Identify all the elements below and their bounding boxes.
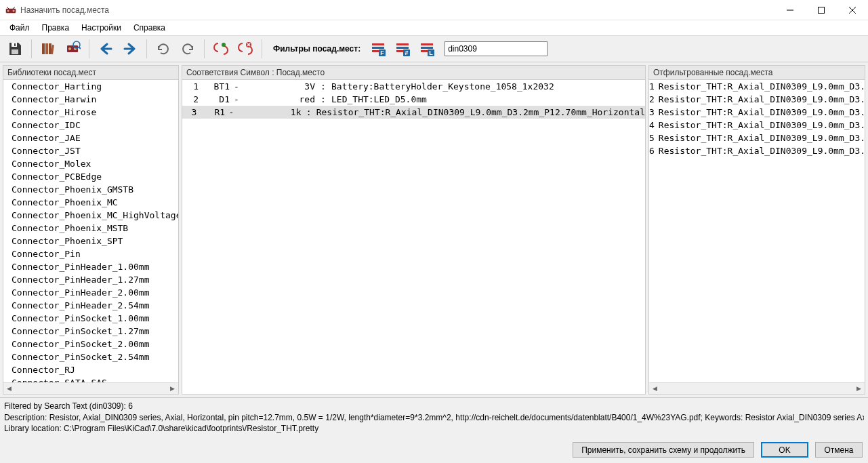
library-item[interactable]: Connector_Phoenix_MC	[3, 196, 178, 209]
filtered-row[interactable]: 4Resistor_THT:R_Axial_DIN0309_L9.0mm_D3.…	[649, 119, 865, 132]
save-icon[interactable]	[4, 38, 26, 60]
library-item[interactable]: Connector_PinSocket_1.00mm	[3, 312, 178, 325]
filtered-row[interactable]: 6Resistor_THT:R_Axial_DIN0309_L9.0mm_D3.…	[649, 144, 865, 157]
svg-rect-28	[421, 43, 433, 45]
menu-help[interactable]: Справка	[128, 22, 171, 34]
association-row[interactable]: 1BT1-3V:Battery:BatteryHolder_Keystone_1…	[182, 80, 645, 93]
scroll-right-icon[interactable]: ▶	[853, 383, 865, 395]
svg-rect-6	[14, 43, 16, 46]
library-item[interactable]: Connector_Phoenix_MSTB	[3, 222, 178, 235]
window-title: Назначить посад.места	[20, 5, 774, 15]
library-item[interactable]: Connector_PinSocket_2.00mm	[3, 338, 178, 350]
view-footprint-icon[interactable]	[62, 38, 83, 60]
svg-point-2	[13, 9, 15, 12]
library-item[interactable]: Connector_SATA_SAS	[3, 376, 178, 382]
library-item[interactable]: Connector_RJ	[3, 363, 178, 376]
library-item[interactable]: Connector_PinHeader_1.27mm	[3, 273, 178, 286]
svg-rect-18	[372, 43, 384, 45]
library-item[interactable]: Connector_IDC	[3, 119, 178, 132]
menubar: Файл Правка Настройки Справка	[0, 20, 868, 35]
svg-rect-19	[372, 47, 384, 49]
svg-text:L: L	[429, 49, 433, 56]
svg-rect-24	[396, 47, 409, 49]
libraries-hscroll[interactable]: ◀ ▶	[3, 382, 178, 394]
cancel-button[interactable]: Отмена	[815, 442, 863, 458]
filter-label: Фильтры посад.мест:	[273, 44, 360, 54]
svg-rect-7	[42, 43, 45, 54]
svg-point-12	[68, 47, 71, 50]
library-item[interactable]: Connector_PinSocket_1.27mm	[3, 325, 178, 338]
svg-text:F: F	[380, 49, 384, 56]
library-item[interactable]: Connector_JAE	[3, 132, 178, 144]
svg-rect-3	[819, 7, 825, 13]
filter-input[interactable]	[445, 41, 547, 56]
delete-all-icon[interactable]	[234, 38, 256, 60]
status-line-1: Filtered by Search Text (din0309): 6	[4, 401, 864, 411]
scroll-right-icon[interactable]: ▶	[167, 383, 178, 395]
main-panels: Библиотеки посад.мест Connector_HartingC…	[0, 62, 868, 397]
library-item[interactable]: Connector_Phoenix_SPT	[3, 235, 178, 247]
status-line-2: Description: Resistor, Axial_DIN0309 ser…	[4, 412, 864, 423]
status-line-3: Library location: C:\Program Files\KiCad…	[4, 423, 864, 434]
association-row[interactable]: 3R1-1k:Resistor_THT:R_Axial_DIN0309_L9.0…	[182, 106, 645, 119]
minimize-button[interactable]	[774, 0, 806, 20]
menu-file[interactable]: Файл	[4, 22, 35, 34]
library-item[interactable]: Connector_Hirose	[3, 106, 178, 119]
filtered-panel: Отфильтрованные посад.места 1Resistor_TH…	[648, 65, 865, 395]
associations-list[interactable]: 1BT1-3V:Battery:BatteryHolder_Keystone_1…	[182, 80, 645, 394]
filtered-row[interactable]: 1Resistor_THT:R_Axial_DIN0309_L9.0mm_D3.…	[649, 80, 865, 93]
library-item[interactable]: Connector_Phoenix_GMSTB	[3, 183, 178, 196]
filtered-row[interactable]: 3Resistor_THT:R_Axial_DIN0309_L9.0mm_D3.…	[649, 106, 865, 119]
libraries-list[interactable]: Connector_HartingConnector_HarwinConnect…	[3, 80, 178, 382]
svg-line-15	[79, 47, 81, 49]
library-item[interactable]: Connector_Molex	[3, 157, 178, 170]
maximize-button[interactable]	[806, 0, 837, 20]
svg-rect-8	[45, 43, 48, 54]
close-button[interactable]	[837, 0, 868, 20]
app-icon	[5, 5, 16, 16]
association-row[interactable]: 2D1-red:LED_THT:LED_D5.0mm	[182, 93, 645, 106]
library-item[interactable]: Connector_PinHeader_2.00mm	[3, 286, 178, 299]
filter-by-keywords-icon[interactable]: F	[367, 38, 389, 60]
svg-rect-23	[396, 43, 409, 45]
library-item[interactable]: Connector_JST	[3, 144, 178, 157]
svg-rect-29	[421, 47, 433, 49]
library-item[interactable]: Connector_Phoenix_MC_HighVoltage	[3, 209, 178, 222]
redo-icon[interactable]	[177, 38, 199, 60]
scroll-left-icon[interactable]: ◀	[649, 383, 661, 395]
menu-edit[interactable]: Правка	[37, 22, 75, 34]
filter-by-pincount-icon[interactable]: #	[392, 38, 413, 60]
filtered-row[interactable]: 2Resistor_THT:R_Axial_DIN0309_L9.0mm_D3.…	[649, 93, 865, 106]
ok-button[interactable]: OK	[761, 442, 808, 458]
previous-icon[interactable]	[95, 38, 117, 60]
auto-associate-icon[interactable]	[210, 38, 232, 60]
svg-point-16	[222, 43, 226, 47]
filter-by-library-icon[interactable]: L	[416, 38, 438, 60]
associations-panel: Соответствия Символ : Посад.место 1BT1-3…	[182, 65, 646, 395]
status-bar: Filtered by Search Text (din0309): 6 Des…	[0, 397, 868, 437]
filtered-list[interactable]: 1Resistor_THT:R_Axial_DIN0309_L9.0mm_D3.…	[649, 80, 865, 382]
filtered-row[interactable]: 5Resistor_THT:R_Axial_DIN0309_L9.0mm_D3.…	[649, 132, 865, 144]
manage-libraries-icon[interactable]	[37, 38, 59, 60]
library-item[interactable]: Connector_PinHeader_1.00mm	[3, 260, 178, 273]
libraries-header: Библиотеки посад.мест	[3, 66, 178, 80]
undo-icon[interactable]	[152, 38, 174, 60]
associations-header: Соответствия Символ : Посад.место	[182, 66, 645, 80]
library-item[interactable]: Connector_PCBEdge	[3, 170, 178, 183]
svg-text:#: #	[405, 49, 409, 56]
library-item[interactable]: Connector_Harting	[3, 80, 178, 93]
libraries-panel: Библиотеки посад.мест Connector_HartingC…	[3, 65, 179, 395]
filtered-header: Отфильтрованные посад.места	[649, 66, 865, 80]
scroll-left-icon[interactable]: ◀	[3, 383, 15, 395]
apply-button[interactable]: Применить, сохранить схему и продолжить	[573, 442, 754, 458]
library-item[interactable]: Connector_PinHeader_2.54mm	[3, 299, 178, 312]
library-item[interactable]: Connector_Pin	[3, 247, 178, 260]
filtered-hscroll[interactable]: ◀ ▶	[649, 382, 865, 394]
library-item[interactable]: Connector_PinSocket_2.54mm	[3, 350, 178, 363]
svg-point-1	[7, 9, 9, 12]
next-icon[interactable]	[119, 38, 141, 60]
menu-settings[interactable]: Настройки	[76, 22, 127, 34]
titlebar: Назначить посад.места	[0, 0, 868, 20]
dialog-button-bar: Применить, сохранить схему и продолжить …	[0, 437, 868, 463]
library-item[interactable]: Connector_Harwin	[3, 93, 178, 106]
